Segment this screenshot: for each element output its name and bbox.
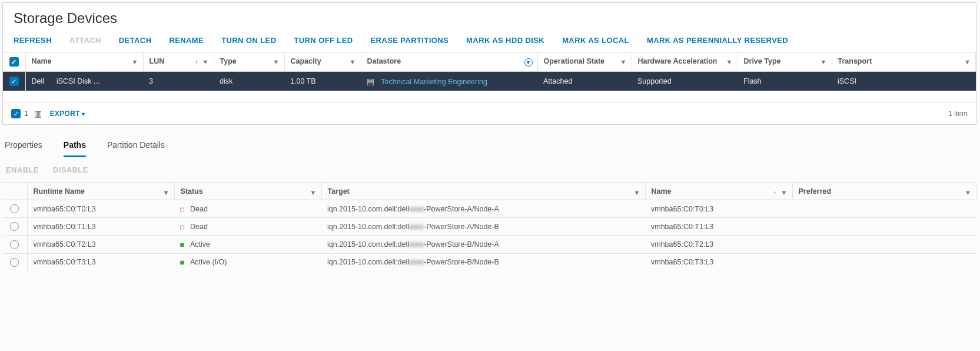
- path-name: vmhba65:C0:T0:L3: [645, 200, 792, 218]
- tab-paths[interactable]: Paths: [64, 135, 86, 157]
- filter-icon[interactable]: ▼: [132, 58, 138, 65]
- diamond-outline-icon: ◇: [178, 204, 187, 213]
- col-transport[interactable]: Transport▼: [832, 52, 976, 72]
- path-preferred: [792, 200, 976, 218]
- diamond-outline-icon: ◇: [178, 222, 187, 231]
- filter-icon[interactable]: ▼: [163, 189, 170, 196]
- path-target: iqn.2015-10.com.dell:dellxxxx-PowerStore…: [321, 218, 645, 236]
- filter-icon[interactable]: ▼: [350, 58, 356, 65]
- devices-table: ✓ Name▼ LUN↑▼ Type▼ Capacity▼ Datastore▼…: [3, 52, 976, 102]
- col-capacity[interactable]: Capacity▼: [284, 52, 361, 72]
- filter-icon[interactable]: ▼: [634, 189, 640, 196]
- path-name: vmhba65:C0:T1:L3: [645, 218, 792, 236]
- path-status: ◇Dead: [174, 200, 321, 218]
- radio-icon[interactable]: [10, 240, 19, 249]
- path-runtime: vmhba65:C0:T0:L3: [27, 200, 174, 218]
- mark-hdd-button[interactable]: MARK AS HDD DISK: [466, 36, 544, 45]
- selection-indicator-icon[interactable]: ✓: [11, 109, 21, 118]
- path-row[interactable]: vmhba65:C0:T0:L3◇Deadiqn.2015-10.com.del…: [2, 200, 976, 218]
- col-target[interactable]: Target▼: [321, 183, 645, 200]
- toolbar: REFRESH ATTACH DETACH RENAME TURN ON LED…: [3, 30, 976, 52]
- filter-icon[interactable]: ▼: [964, 58, 971, 65]
- filter-icon[interactable]: ▼: [310, 189, 317, 196]
- radio-icon[interactable]: [10, 204, 19, 213]
- device-capacity: 1.00 TB: [284, 72, 361, 91]
- path-name: vmhba65:C0:T2:L3: [645, 236, 792, 253]
- device-lun: 3: [143, 72, 214, 91]
- mark-local-button[interactable]: MARK AS LOCAL: [562, 36, 629, 45]
- filter-icon[interactable]: ▼: [820, 58, 827, 65]
- datastore-icon: ▤: [367, 77, 374, 86]
- turn-on-led-button[interactable]: TURN ON LED: [221, 36, 276, 45]
- path-runtime: vmhba65:C0:T1:L3: [27, 218, 174, 236]
- col-runtime-name[interactable]: Runtime Name▼: [27, 183, 174, 200]
- mark-perennial-button[interactable]: MARK AS PERENNIALLY RESERVED: [647, 36, 788, 45]
- disable-path-button: DISABLE: [53, 165, 88, 174]
- sort-asc-icon[interactable]: ↑: [773, 189, 777, 196]
- diamond-filled-icon: ◆: [178, 257, 187, 267]
- col-drive-type[interactable]: Drive Type▼: [738, 52, 832, 72]
- col-datastore[interactable]: Datastore▼: [361, 52, 537, 72]
- path-status: ◆Active (I/O): [174, 253, 321, 271]
- device-type: disk: [214, 72, 284, 91]
- device-datastore: ▤ Technical Marketing Engineering: [361, 72, 537, 91]
- radio-icon[interactable]: [10, 222, 19, 231]
- select-all-header[interactable]: ✓: [3, 52, 25, 72]
- path-preferred: [792, 236, 976, 253]
- device-drive-type: Flash: [738, 72, 832, 91]
- refresh-button[interactable]: REFRESH: [14, 36, 52, 45]
- path-row[interactable]: vmhba65:C0:T3:L3◆Active (I/O)iqn.2015-10…: [2, 253, 976, 271]
- detach-button[interactable]: DETACH: [119, 36, 152, 45]
- path-runtime: vmhba65:C0:T3:L3: [27, 253, 174, 271]
- diamond-filled-icon: ◆: [178, 240, 187, 249]
- device-op-state: Attached: [537, 72, 632, 91]
- filter-icon[interactable]: ▼: [273, 58, 280, 65]
- path-row[interactable]: vmhba65:C0:T1:L3◇Deadiqn.2015-10.com.del…: [2, 218, 976, 236]
- tab-partition-details[interactable]: Partition Details: [107, 135, 165, 157]
- detail-tabs: Properties Paths Partition Details: [2, 135, 976, 157]
- path-runtime: vmhba65:C0:T2:L3: [27, 236, 174, 253]
- filter-icon[interactable]: ▼: [781, 189, 788, 196]
- device-transport: iSCSI: [832, 72, 976, 91]
- attach-button: ATTACH: [69, 36, 101, 45]
- datastore-link[interactable]: Technical Marketing Engineering: [381, 78, 487, 86]
- filter-icon[interactable]: ▼: [202, 58, 209, 65]
- radio-icon[interactable]: [10, 258, 19, 267]
- sort-asc-icon[interactable]: ↑: [195, 58, 198, 65]
- device-row[interactable]: ✓ Dell iSCSI Disk ... 3 disk 1.00 TB ▤ T…: [3, 72, 976, 91]
- item-count: 1 item: [948, 110, 968, 118]
- col-op-state[interactable]: Operational State▼: [537, 52, 632, 72]
- filter-icon[interactable]: ▼: [965, 189, 971, 196]
- turn-off-led-button[interactable]: TURN OFF LED: [294, 36, 353, 45]
- paths-toolbar: ENABLE DISABLE: [2, 157, 976, 183]
- path-status: ◆Active: [174, 236, 321, 253]
- col-hw-accel[interactable]: Hardware Acceleration▼: [632, 52, 738, 72]
- col-name[interactable]: Name▼: [25, 52, 143, 72]
- filter-icon[interactable]: ▼: [620, 58, 627, 65]
- checkbox-checked-icon[interactable]: ✓: [9, 77, 19, 86]
- path-row[interactable]: vmhba65:C0:T2:L3◆Activeiqn.2015-10.com.d…: [2, 236, 976, 253]
- export-button[interactable]: EXPORT ▾: [50, 110, 85, 118]
- col-preferred[interactable]: Preferred▼: [792, 183, 976, 200]
- col-type[interactable]: Type▼: [214, 52, 284, 72]
- path-select-header: [2, 183, 27, 200]
- table-footer: ✓ 1 ▥ EXPORT ▾ 1 item: [3, 102, 976, 124]
- selected-count: 1: [24, 110, 28, 118]
- columns-icon[interactable]: ▥: [34, 109, 42, 118]
- filter-active-icon[interactable]: ▼: [524, 58, 533, 67]
- erase-partitions-button[interactable]: ERASE PARTITIONS: [371, 36, 449, 45]
- paths-table: Runtime Name▼ Status▼ Target▼ Name↑▼ Pre…: [2, 183, 976, 271]
- path-preferred: [792, 218, 976, 236]
- path-target: iqn.2015-10.com.dell:dellxxxx-PowerStore…: [321, 236, 645, 253]
- chevron-down-icon: ▾: [82, 111, 85, 117]
- col-lun[interactable]: LUN↑▼: [143, 52, 214, 72]
- checkbox-checked-icon[interactable]: ✓: [9, 57, 19, 67]
- filter-icon[interactable]: ▼: [726, 58, 733, 65]
- col-status[interactable]: Status▼: [174, 183, 321, 200]
- path-target: iqn.2015-10.com.dell:dellxxxx-PowerStore…: [321, 200, 645, 218]
- col-path-name[interactable]: Name↑▼: [645, 183, 792, 200]
- enable-path-button: ENABLE: [6, 165, 39, 174]
- tab-properties[interactable]: Properties: [5, 135, 42, 157]
- storage-devices-panel: Storage Devices REFRESH ATTACH DETACH RE…: [2, 2, 976, 125]
- rename-button[interactable]: RENAME: [169, 36, 204, 45]
